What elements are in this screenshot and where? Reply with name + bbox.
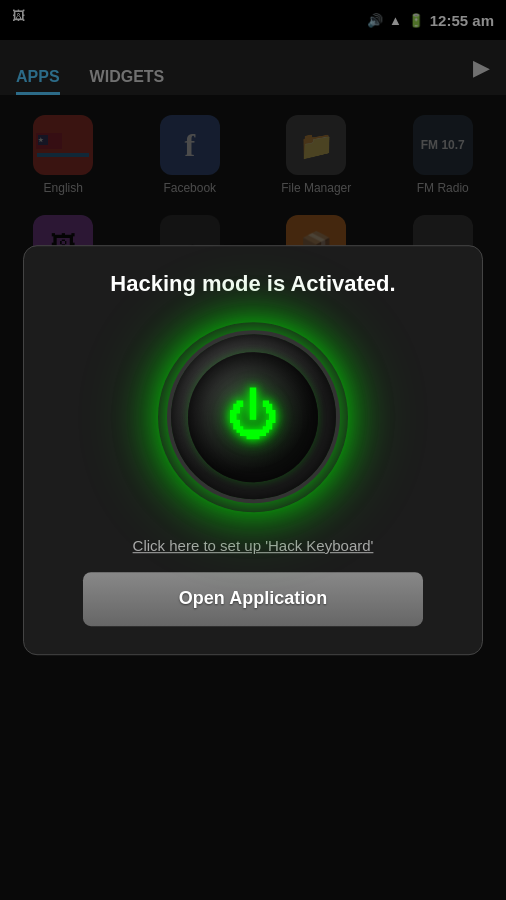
open-application-button[interactable]: Open Application (83, 572, 423, 626)
power-button-container[interactable]: ⏻ (153, 317, 353, 517)
hack-keyboard-link[interactable]: Click here to set up 'Hack Keyboard' (133, 537, 374, 554)
hacking-dialog: Hacking mode is Activated. ⏻ Click here … (23, 245, 483, 655)
dialog-title: Hacking mode is Activated. (110, 270, 395, 299)
power-inner: ⏻ (188, 352, 318, 482)
power-symbol: ⏻ (227, 389, 279, 441)
